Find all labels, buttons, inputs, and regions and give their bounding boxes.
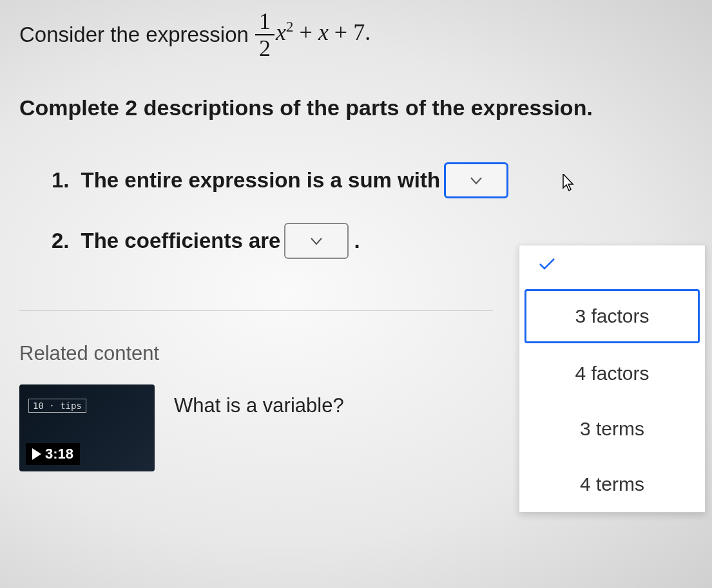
question-2-period: . xyxy=(354,229,360,253)
question-1-text: The entire expression is a sum with xyxy=(81,168,441,193)
dropdown-selected-indicator xyxy=(519,245,705,287)
video-duration-badge: 3:18 xyxy=(26,443,80,465)
video-thumb-decoration: 10 · tips xyxy=(28,399,86,413)
variable-x-2: x xyxy=(318,19,329,45)
dropdown-1[interactable] xyxy=(444,162,508,198)
plus-operator-2: + xyxy=(334,19,347,45)
dropdown-option-4-factors[interactable]: 4 factors xyxy=(519,346,705,401)
question-1-number: 1. xyxy=(52,168,70,193)
cursor-icon xyxy=(563,174,577,192)
dropdown-2[interactable] xyxy=(284,223,349,259)
video-duration: 3:18 xyxy=(45,446,73,462)
video-title[interactable]: What is a variable? xyxy=(174,394,344,417)
fraction: 1 2 xyxy=(255,10,274,60)
constant: 7 xyxy=(353,19,365,45)
dropdown-option-3-factors[interactable]: 3 factors xyxy=(524,289,700,343)
expression-prompt: Consider the expression 1 2 x2 + x + 7. xyxy=(19,10,693,60)
chevron-down-icon xyxy=(311,234,322,249)
question-2-text: The coefficients are xyxy=(81,229,281,253)
section-divider xyxy=(19,310,493,311)
dropdown-menu: 3 factors 4 factors 3 terms 4 terms xyxy=(519,245,706,513)
question-1: 1. The entire expression is a sum with xyxy=(52,162,693,198)
video-thumbnail[interactable]: 10 · tips 3:18 xyxy=(19,384,155,471)
play-icon xyxy=(32,448,41,460)
fraction-denominator: 2 xyxy=(255,35,274,60)
check-icon xyxy=(539,257,555,275)
variable-x: x xyxy=(276,19,286,45)
dropdown-option-3-terms[interactable]: 3 terms xyxy=(519,401,705,457)
exponent: 2 xyxy=(286,18,294,35)
plus-operator: + xyxy=(300,19,313,45)
expression-period: . xyxy=(365,19,370,45)
video-thumb-text: 10 · tips xyxy=(28,399,86,413)
chevron-down-icon xyxy=(470,173,482,188)
math-expression: 1 2 x2 + x + 7. xyxy=(254,10,370,60)
fraction-numerator: 1 xyxy=(255,10,274,35)
instruction-text: Complete 2 descriptions of the parts of … xyxy=(19,95,693,120)
question-2-number: 2. xyxy=(52,229,70,253)
prompt-prefix: Consider the expression xyxy=(19,23,249,47)
dropdown-option-4-terms[interactable]: 4 terms xyxy=(519,457,705,512)
